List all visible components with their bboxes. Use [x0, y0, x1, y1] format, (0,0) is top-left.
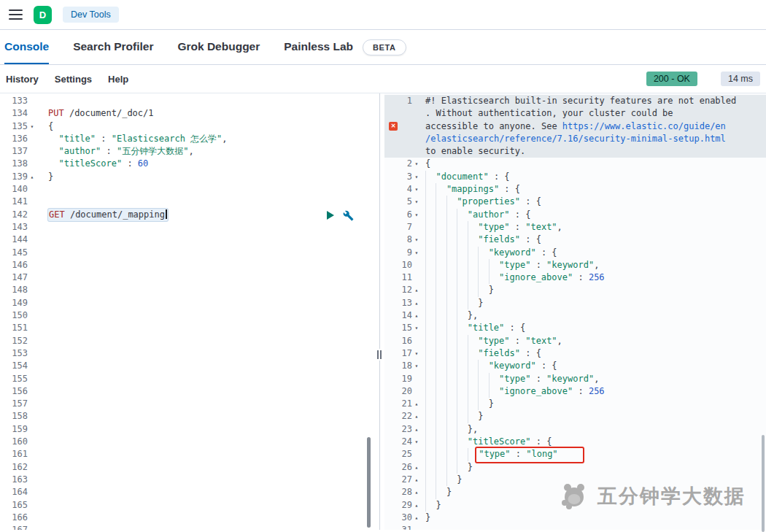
- response-line[interactable]: ✕accessible to anyone. See https://www.e…: [384, 120, 766, 133]
- space-avatar[interactable]: D: [34, 6, 52, 24]
- response-viewer-scrollbar[interactable]: [762, 435, 765, 532]
- response-line[interactable]: 20"ignore_above" : 256: [384, 385, 766, 398]
- request-editor-scrollbar[interactable]: [367, 437, 371, 528]
- request-line[interactable]: 154: [0, 360, 374, 372]
- response-line[interactable]: 2▾{: [384, 158, 766, 170]
- fold-toggle-icon[interactable]: ▴: [412, 398, 421, 410]
- request-line[interactable]: 157: [0, 398, 374, 410]
- response-line[interactable]: 23▴},: [384, 423, 766, 436]
- response-line[interactable]: 22▴}: [384, 410, 766, 423]
- tab-grok-debugger[interactable]: Grok Debugger: [177, 30, 260, 64]
- menu-icon[interactable]: [9, 9, 23, 20]
- request-line[interactable]: 164: [0, 486, 374, 498]
- response-line[interactable]: 8▾"fields" : {: [384, 234, 766, 246]
- fold-toggle-icon[interactable]: ▴: [412, 309, 421, 322]
- fold-toggle-icon[interactable]: ▴: [412, 486, 421, 498]
- fold-toggle-icon[interactable]: ▴: [412, 461, 421, 474]
- fold-toggle-icon[interactable]: ▴: [412, 423, 421, 436]
- fold-toggle-icon[interactable]: ▴: [412, 410, 421, 423]
- response-line[interactable]: 3▾"document" : {: [384, 171, 766, 183]
- response-line[interactable]: to enable security.: [384, 145, 766, 158]
- response-line[interactable]: 11"ignore_above" : 256: [384, 271, 766, 284]
- request-line[interactable]: 158: [0, 410, 374, 423]
- fold-toggle-icon[interactable]: ▾: [412, 347, 421, 360]
- fold-toggle-icon[interactable]: ▾: [412, 322, 421, 334]
- settings-button[interactable]: Settings: [55, 74, 92, 85]
- fold-toggle-icon[interactable]: ▾: [412, 171, 421, 183]
- response-line[interactable]: 17▾"fields" : {: [384, 347, 766, 360]
- pane-resizer[interactable]: [374, 93, 384, 530]
- request-line[interactable]: 148: [0, 284, 374, 296]
- request-line[interactable]: 134PUT /document/_doc/1: [0, 107, 374, 120]
- response-line[interactable]: 7"type" : "text",: [384, 221, 766, 234]
- response-line[interactable]: 4▾"mappings" : {: [384, 183, 766, 196]
- tab-console[interactable]: Console: [4, 30, 49, 64]
- request-line[interactable]: 159: [0, 423, 374, 436]
- breadcrumb-devtools[interactable]: Dev Tools: [63, 7, 119, 23]
- response-line[interactable]: 1#! Elasticsearch built-in security feat…: [384, 95, 766, 107]
- response-line[interactable]: 12▴}: [384, 284, 766, 296]
- resizer-handle-icon[interactable]: [374, 349, 384, 361]
- request-line[interactable]: 150: [0, 309, 374, 322]
- request-line[interactable]: 161: [0, 448, 374, 460]
- fold-toggle-icon[interactable]: ▾: [412, 247, 421, 259]
- fold-toggle-icon[interactable]: ▴: [412, 297, 421, 309]
- request-line[interactable]: 156: [0, 385, 374, 398]
- response-line[interactable]: . Without authentication, your cluster c…: [384, 107, 766, 120]
- response-line[interactable]: 9▾"keyword" : {: [384, 247, 766, 259]
- response-viewer[interactable]: 1#! Elasticsearch built-in security feat…: [384, 93, 766, 530]
- fold-toggle-icon[interactable]: ▾: [412, 234, 421, 246]
- request-line[interactable]: 137 "author" : "五分钟学大数据",: [0, 145, 374, 158]
- request-line[interactable]: 149: [0, 297, 374, 309]
- request-line[interactable]: 141: [0, 196, 374, 208]
- history-button[interactable]: History: [6, 74, 39, 85]
- response-line[interactable]: 25"type" : "long": [384, 448, 766, 460]
- fold-toggle-icon[interactable]: ▾: [412, 158, 421, 170]
- request-line[interactable]: 145: [0, 247, 374, 259]
- response-line[interactable]: /elasticsearch/reference/7.16/security-m…: [384, 133, 766, 145]
- response-line[interactable]: 31: [384, 524, 766, 530]
- request-line[interactable]: 162: [0, 461, 374, 474]
- request-line[interactable]: 135▾{: [0, 120, 374, 133]
- fold-toggle-icon[interactable]: ▾: [412, 436, 421, 448]
- response-line[interactable]: 15▾"title" : {: [384, 322, 766, 334]
- response-line[interactable]: 16"type" : "text",: [384, 335, 766, 347]
- request-line[interactable]: 146: [0, 259, 374, 271]
- request-line[interactable]: 152: [0, 335, 374, 347]
- request-line[interactable]: 139▴}: [0, 171, 374, 183]
- request-line[interactable]: 166: [0, 512, 374, 524]
- fold-toggle-icon[interactable]: ▴: [28, 171, 36, 183]
- request-line[interactable]: 155: [0, 373, 374, 385]
- request-editor[interactable]: 133134PUT /document/_doc/1135▾{136 "titl…: [0, 93, 374, 530]
- fold-toggle-icon[interactable]: ▴: [412, 499, 421, 512]
- help-button[interactable]: Help: [108, 74, 128, 85]
- request-line[interactable]: 142GET /document/_mapping: [0, 209, 374, 221]
- response-line[interactable]: 21▴}: [384, 398, 766, 410]
- response-line[interactable]: 6▾"author" : {: [384, 209, 766, 221]
- request-line[interactable]: 163: [0, 474, 374, 486]
- fold-toggle-icon[interactable]: ▴: [412, 512, 421, 524]
- request-line[interactable]: 160: [0, 436, 374, 448]
- request-line[interactable]: 144: [0, 234, 374, 246]
- request-line[interactable]: 133: [0, 95, 374, 107]
- response-line[interactable]: 13▴}: [384, 297, 766, 309]
- request-line[interactable]: 167: [0, 524, 374, 530]
- response-line[interactable]: 19"type" : "keyword",: [384, 373, 766, 385]
- fold-toggle-icon[interactable]: ▾: [412, 360, 421, 372]
- tab-painless-lab[interactable]: Painless Lab: [284, 40, 353, 55]
- fold-toggle-icon[interactable]: ▾: [412, 196, 421, 208]
- response-line[interactable]: 30▴}: [384, 512, 766, 524]
- request-options-icon[interactable]: [343, 210, 354, 221]
- request-line[interactable]: 138 "titleScore" : 60: [0, 158, 374, 170]
- run-request-icon[interactable]: [327, 211, 334, 220]
- request-line[interactable]: 136 "title" : "Elasticsearch 怎么学",: [0, 133, 374, 145]
- response-line[interactable]: 14▴},: [384, 309, 766, 322]
- tab-search-profiler[interactable]: Search Profiler: [73, 30, 153, 64]
- response-line[interactable]: 10"type" : "keyword",: [384, 259, 766, 271]
- fold-toggle-icon[interactable]: ▾: [412, 209, 421, 221]
- request-line[interactable]: 143: [0, 221, 374, 234]
- request-line[interactable]: 165: [0, 499, 374, 512]
- request-line[interactable]: 140: [0, 183, 374, 196]
- request-line[interactable]: 147: [0, 271, 374, 284]
- request-line[interactable]: 151: [0, 322, 374, 334]
